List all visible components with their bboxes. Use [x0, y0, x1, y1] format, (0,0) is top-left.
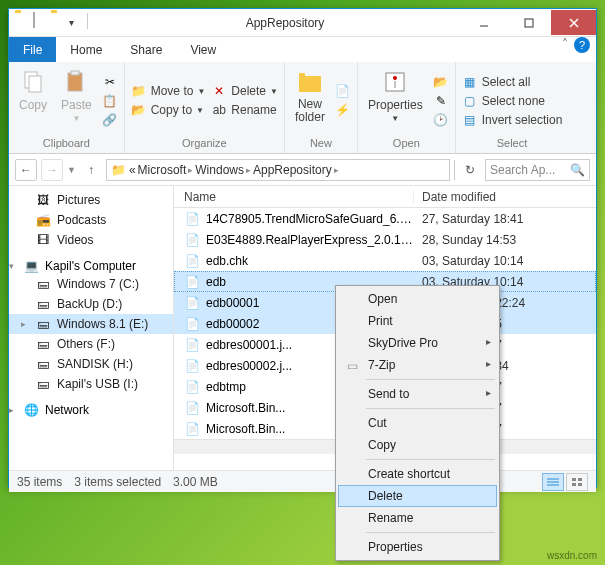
content-area: 🖼Pictures 📻Podcasts 🎞Videos ▾💻Kapil's Co…: [9, 186, 596, 470]
nav-pictures[interactable]: 🖼Pictures: [9, 190, 173, 210]
nav-videos[interactable]: 🎞Videos: [9, 230, 173, 250]
bc-windows[interactable]: Windows: [195, 163, 244, 177]
navigation-pane[interactable]: 🖼Pictures 📻Podcasts 🎞Videos ▾💻Kapil's Co…: [9, 186, 174, 470]
paste-label: Paste: [61, 98, 92, 112]
file-date: 28, Sunday 14:53: [414, 233, 596, 247]
bc-apprepository[interactable]: AppRepository: [253, 163, 332, 177]
explorer-window: ▾ AppRepository File Home Share View ˄ ?…: [8, 8, 597, 488]
breadcrumb[interactable]: 📁 « Microsoft▸ Windows▸ AppRepository▸: [106, 159, 450, 181]
moveto-button[interactable]: 📁Move to▼: [131, 83, 206, 99]
copy-path-icon[interactable]: 📋: [102, 93, 118, 109]
file-icon: 📄: [184, 211, 200, 227]
newfolder-label: New folder: [295, 98, 325, 124]
share-tab[interactable]: Share: [116, 37, 176, 62]
nav-podcasts[interactable]: 📻Podcasts: [9, 210, 173, 230]
back-button[interactable]: ←: [15, 159, 37, 181]
bc-microsoft[interactable]: Microsoft: [138, 163, 187, 177]
nav-win81[interactable]: ▸🖴Windows 8.1 (E:): [9, 314, 173, 334]
col-date-header[interactable]: Date modified: [414, 190, 596, 204]
file-name: edb00001: [206, 296, 259, 310]
chevron-down-icon[interactable]: ▾: [69, 17, 85, 33]
file-name: edbres00002.j...: [206, 359, 292, 373]
nav-network[interactable]: ▸🌐Network: [9, 402, 173, 418]
cm-separator: [366, 459, 495, 460]
expand-icon[interactable]: ▸: [21, 319, 26, 329]
forward-button[interactable]: →: [41, 159, 63, 181]
paste-shortcut-icon[interactable]: 🔗: [102, 112, 118, 128]
invertselection-button[interactable]: ▤Invert selection: [462, 112, 563, 128]
search-input[interactable]: Search Ap... 🔍: [485, 159, 590, 181]
details-view-button[interactable]: [542, 473, 564, 491]
open-icon[interactable]: 📂: [433, 74, 449, 90]
bc-ellipsis[interactable]: «: [129, 163, 136, 177]
file-row[interactable]: 📄E03E4889.RealPlayerExpress_2.0.1.4_neut…: [174, 229, 596, 250]
cm-copy[interactable]: Copy: [338, 434, 497, 456]
file-icon[interactable]: [33, 13, 49, 29]
clipboard-group: Copy Paste ▼ ✂ 📋 🔗 Clipboard: [9, 62, 125, 153]
nav-computer[interactable]: ▾💻Kapil's Computer: [9, 258, 173, 274]
up-button[interactable]: ↑: [80, 159, 102, 181]
selectall-button[interactable]: ▦Select all: [462, 74, 563, 90]
cm-7zip[interactable]: ▭7-Zip: [338, 354, 497, 376]
chevron-up-icon[interactable]: ˄: [562, 37, 568, 62]
file-row[interactable]: 📄14C78905.TrendMicroSafeGuard_6.0.0.21..…: [174, 208, 596, 229]
file-row[interactable]: 📄edb.chk03, Saturday 10:14: [174, 250, 596, 271]
selectnone-button[interactable]: ▢Select none: [462, 93, 563, 109]
expand-icon[interactable]: ▸: [9, 405, 14, 415]
svg-point-9: [393, 76, 397, 80]
file-icon: 📄: [184, 295, 200, 311]
quick-access-toolbar: ▾: [9, 11, 109, 35]
tiles-view-button[interactable]: [566, 473, 588, 491]
nav-others[interactable]: 🖴Others (F:): [9, 334, 173, 354]
chevron-down-icon: ▼: [270, 87, 278, 96]
open-group: Properties ▼ 📂 ✎ 🕑 Open: [358, 62, 456, 153]
cm-open[interactable]: Open: [338, 288, 497, 310]
file-name: edb.chk: [206, 254, 248, 268]
drive-icon: 🖴: [35, 356, 51, 372]
delete-button[interactable]: ✕Delete▼: [211, 83, 278, 99]
copyto-button[interactable]: 📂Copy to▼: [131, 102, 206, 118]
rename-button[interactable]: abRename: [211, 102, 278, 118]
easyaccess-icon[interactable]: ⚡: [335, 102, 351, 118]
help-icon[interactable]: ?: [574, 37, 590, 53]
newitem-icon[interactable]: 📄: [335, 83, 351, 99]
maximize-button[interactable]: [506, 10, 551, 35]
cm-properties[interactable]: Properties: [338, 536, 497, 558]
file-menu[interactable]: File: [9, 37, 56, 62]
window-controls: [461, 10, 596, 35]
nav-win7[interactable]: 🖴Windows 7 (C:): [9, 274, 173, 294]
properties-button[interactable]: Properties ▼: [364, 66, 427, 135]
cm-delete[interactable]: Delete: [338, 485, 497, 507]
selectnone-icon: ▢: [462, 93, 478, 109]
edit-icon[interactable]: ✎: [433, 93, 449, 109]
cm-rename[interactable]: Rename: [338, 507, 497, 529]
cm-print[interactable]: Print: [338, 310, 497, 332]
history-icon[interactable]: 🕑: [433, 112, 449, 128]
view-toggle: [542, 473, 588, 491]
nav-usb[interactable]: 🖴Kapil's USB (I:): [9, 374, 173, 394]
paste-button[interactable]: Paste ▼: [57, 66, 96, 135]
cm-sendto[interactable]: Send to: [338, 383, 497, 405]
nav-backup[interactable]: 🖴BackUp (D:): [9, 294, 173, 314]
newfolder-button[interactable]: New folder: [291, 66, 329, 135]
close-button[interactable]: [551, 10, 596, 35]
expand-icon[interactable]: ▾: [9, 261, 14, 271]
cm-shortcut[interactable]: Create shortcut: [338, 463, 497, 485]
search-placeholder: Search Ap...: [490, 163, 570, 177]
minimize-button[interactable]: [461, 10, 506, 35]
search-icon: 🔍: [570, 163, 585, 177]
organize-label: Organize: [131, 135, 278, 149]
cm-skydrive[interactable]: SkyDrive Pro: [338, 332, 497, 354]
nav-sandisk[interactable]: 🖴SANDISK (H:): [9, 354, 173, 374]
home-tab[interactable]: Home: [56, 37, 116, 62]
col-name-header[interactable]: Name: [174, 190, 414, 204]
cm-cut[interactable]: Cut: [338, 412, 497, 434]
copy-button[interactable]: Copy: [15, 66, 51, 135]
cut-icon[interactable]: ✂: [102, 74, 118, 90]
view-tab[interactable]: View: [176, 37, 230, 62]
file-icon: 📄: [184, 274, 200, 290]
select-group: ▦Select all ▢Select none ▤Invert selecti…: [456, 62, 569, 153]
folder-icon[interactable]: [51, 13, 67, 29]
refresh-button[interactable]: ↻: [459, 163, 481, 177]
chevron-down-icon[interactable]: ▼: [67, 165, 76, 175]
